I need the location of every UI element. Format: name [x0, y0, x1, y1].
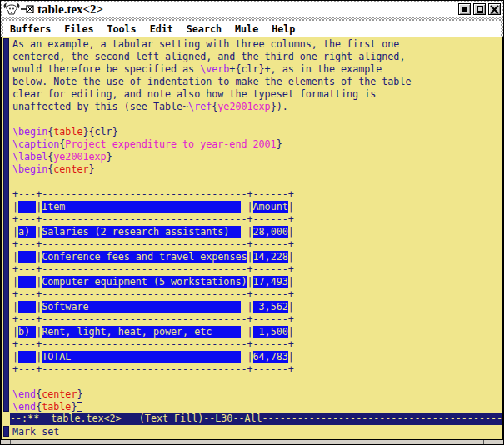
- menu-item-search[interactable]: Search: [187, 23, 222, 35]
- menu-item-buffers[interactable]: Buffers: [10, 23, 51, 35]
- text: |: [241, 351, 252, 362]
- table-cell-text: [18, 201, 36, 212]
- emacs-window: table.tex<2> BuffersFilesToolsEditSearch…: [0, 0, 504, 445]
- editor-line: +---+-----------------------------------…: [12, 338, 502, 351]
- editor-line: +---+-----------------------------------…: [12, 363, 502, 376]
- table-cell-text: b): [18, 326, 36, 338]
- editor-line: |b) |Rent, light, heat, power, etc | 1,5…: [12, 326, 502, 338]
- editor-line: +---+-----------------------------------…: [12, 238, 502, 251]
- minibuffer-scrollbar-thumb: [3, 426, 9, 437]
- latex-string: ye2001exp: [217, 101, 270, 112]
- menu-item-help[interactable]: Help: [272, 23, 295, 35]
- text: |: [241, 201, 252, 212]
- editor-line: \caption{Project expenditure to year-end…: [12, 138, 502, 151]
- text: would therefore be specified as: [12, 63, 200, 75]
- editor-line: \begin{table}{clr}: [12, 126, 502, 138]
- text: +---+-----------------------------------…: [12, 313, 294, 325]
- table-cell-text: 3,562: [253, 301, 288, 312]
- table-cell-text: TOTAL: [42, 351, 241, 362]
- minibuffer[interactable]: Mark set: [2, 425, 502, 439]
- text: |: [12, 326, 18, 338]
- editor-line: | |TOTAL |64,783|: [12, 351, 502, 363]
- close-button[interactable]: [488, 3, 501, 15]
- table-cell-text: Amount: [253, 201, 288, 212]
- latex-environment-name: table: [42, 401, 71, 412]
- text: clear for editing, and note also how the…: [12, 88, 376, 100]
- text: +---+-----------------------------------…: [12, 238, 294, 250]
- window-buttons: [458, 3, 501, 15]
- resize-tick-left: [10, 440, 11, 444]
- table-cell-text: 64,783: [253, 351, 288, 362]
- table-cell-text: [18, 276, 36, 288]
- latex-environment-name: center: [53, 163, 88, 175]
- text: +---+-----------------------------------…: [12, 288, 294, 300]
- editor-line: [12, 113, 502, 126]
- editor-line: centered, the second left-aligned, and t…: [12, 51, 502, 63]
- close-icon: [490, 5, 499, 14]
- latex-keyword: \end: [12, 388, 36, 400]
- editor-line: clear for editing, and note also how the…: [12, 88, 502, 101]
- editor-line: | |Software | 3,562|: [12, 301, 502, 313]
- menu-item-tools[interactable]: Tools: [107, 23, 136, 35]
- editor-line: unaffected by this (see Table~\ref{ye200…: [12, 101, 502, 113]
- table-cell-text: 28,000: [253, 226, 288, 238]
- menu-item-mule[interactable]: Mule: [235, 23, 258, 35]
- editor-line: |a) |Salaries (2 research assistants) |2…: [12, 226, 502, 238]
- maximize-button[interactable]: [473, 3, 486, 15]
- editor-line: | |Item |Amount|: [12, 201, 502, 213]
- text: }).: [271, 101, 288, 112]
- text: |: [12, 201, 18, 212]
- table-cell-text: [18, 351, 36, 362]
- editor-frame: As an example, a tabular setting with th…: [1, 37, 503, 440]
- text: |: [288, 301, 294, 312]
- latex-string: ye2001exp: [53, 151, 106, 162]
- editor-line: [12, 176, 502, 188]
- text: }: [89, 163, 95, 175]
- editor-line: +---+-----------------------------------…: [12, 313, 502, 326]
- editor-line: As an example, a tabular setting with th…: [12, 38, 502, 51]
- latex-keyword: \begin: [12, 126, 47, 138]
- text: +---+-----------------------------------…: [12, 188, 294, 200]
- text: |: [241, 301, 252, 312]
- menu-item-edit[interactable]: Edit: [150, 23, 173, 35]
- minimize-button[interactable]: [458, 3, 471, 15]
- text: |: [288, 251, 294, 262]
- text-buffer[interactable]: As an example, a tabular setting with th…: [10, 38, 502, 412]
- text: |: [247, 276, 253, 288]
- editor-line: \label{ye2001exp}: [12, 151, 502, 163]
- table-cell-text: a): [18, 226, 36, 238]
- editor-line: would therefore be specified as \verb+{c…: [12, 63, 502, 76]
- editor-line: +---+-----------------------------------…: [12, 213, 502, 226]
- text: +{clr}+, as in the example: [229, 63, 382, 75]
- text: |: [241, 326, 252, 338]
- text: +---+-----------------------------------…: [12, 338, 294, 350]
- scrollbar[interactable]: [2, 38, 10, 412]
- bottom-resize-strip[interactable]: [1, 439, 503, 444]
- text: +---+-----------------------------------…: [12, 213, 294, 225]
- latex-keyword: \end: [12, 401, 36, 412]
- table-cell-text: Conference fees and travel expenses: [42, 251, 247, 262]
- editor-line: | |Conference fees and travel expenses|1…: [12, 251, 502, 263]
- table-cell-text: 17,493: [253, 276, 288, 288]
- mode-line-spacer: [2, 412, 10, 425]
- latex-environment-name: center: [42, 388, 77, 400]
- scrollbar-thumb[interactable]: [3, 38, 9, 412]
- menu-item-files[interactable]: Files: [64, 23, 93, 35]
- text: |: [288, 326, 294, 338]
- latex-environment-name: table: [53, 126, 82, 138]
- latex-keyword: \begin: [12, 163, 47, 175]
- text: +---+-----------------------------------…: [12, 263, 294, 275]
- text: |: [288, 226, 294, 238]
- latex-keyword: \verb: [200, 63, 229, 75]
- mode-line: --:** table.tex<2> (Text Fill)--L30--All…: [10, 412, 502, 425]
- text: centered, the second left-aligned, and t…: [12, 51, 405, 62]
- buffer-area: As an example, a tabular setting with th…: [2, 38, 502, 412]
- resize-tick-right: [483, 440, 484, 444]
- text-cursor: [77, 402, 82, 412]
- text: }{clr}: [82, 126, 117, 138]
- text: unaffected by this (see Table~: [12, 101, 188, 112]
- table-cell-text: Item: [42, 201, 241, 212]
- title-bar[interactable]: table.tex<2>: [2, 2, 502, 17]
- editor-line: +---+-----------------------------------…: [12, 288, 502, 301]
- editor-line: | |Computer equipment (5 workstations)|1…: [12, 276, 502, 288]
